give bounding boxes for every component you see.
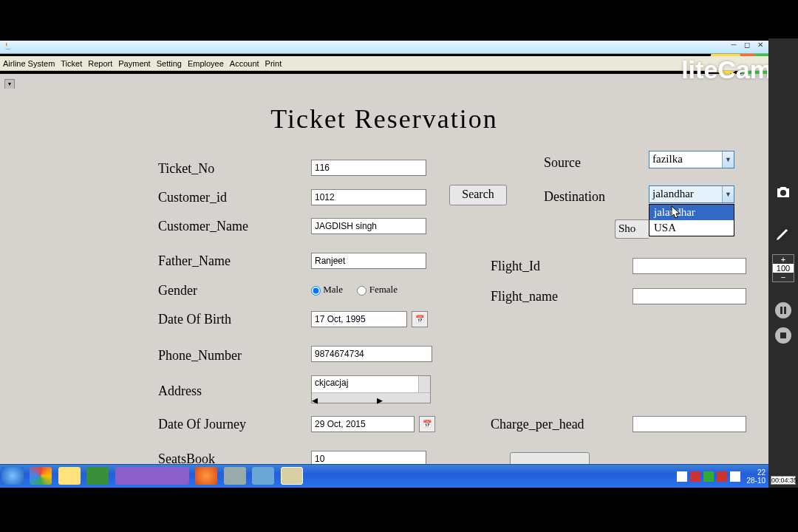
dob-input[interactable] [311, 311, 407, 327]
label-destination: Destination [544, 189, 605, 205]
record-timer: 00:04:35 [771, 476, 796, 485]
destination-dropdown-list: jalandhar USA [649, 204, 734, 236]
clock-time: 22 [746, 468, 765, 477]
tray-icon[interactable] [677, 471, 687, 482]
dob-calendar-icon[interactable]: 📅 [412, 311, 428, 327]
label-customer-id: Customer_id [158, 190, 227, 205]
system-tray: 22 28-10 [675, 465, 765, 488]
label-charge: Charge_per_head [491, 417, 584, 432]
svg-rect-3 [784, 307, 786, 314]
chrome-icon[interactable] [30, 467, 52, 485]
customer-id-input[interactable] [311, 189, 426, 205]
maximize-button[interactable]: ◻ [740, 41, 754, 51]
close-button[interactable]: ✕ [754, 41, 767, 51]
flight-name-input[interactable] [632, 288, 746, 304]
gender-male-radio[interactable] [311, 286, 321, 296]
stop-icon[interactable] [772, 327, 794, 349]
label-phone: Phone_Number [158, 348, 242, 364]
gender-male-label: Male [323, 284, 343, 295]
label-father-name: Father_Name [158, 253, 231, 269]
doj-calendar-icon[interactable]: 📅 [419, 416, 435, 432]
menu-employee[interactable]: Employee [188, 59, 224, 68]
menu-report[interactable]: Report [88, 59, 112, 68]
firefox-icon[interactable] [195, 467, 217, 485]
label-flight-id: Flight_Id [491, 259, 540, 274]
address-text: ckjcacjaj [315, 378, 348, 388]
pencil-icon[interactable] [772, 225, 794, 247]
app-icon-2[interactable] [224, 467, 246, 485]
svg-point-0 [780, 190, 786, 196]
ie-icon[interactable] [1, 467, 24, 485]
toolbar: ▾ [0, 74, 768, 89]
zoom-value: 100 [773, 264, 794, 273]
destination-combo[interactable]: jalandhar ▼ [649, 185, 734, 203]
dropdown-option-jalandhar[interactable]: jalandhar [649, 205, 734, 220]
menu-airline-system[interactable]: Airline System [3, 59, 55, 68]
gender-radio-group: Male Female [311, 284, 398, 296]
volume-icon[interactable] [730, 471, 740, 482]
zoom-control[interactable]: + 100 − [772, 254, 794, 282]
minimize-button[interactable]: ─ [727, 41, 740, 51]
label-gender: Gender [158, 283, 197, 299]
flight-id-input[interactable] [632, 258, 746, 274]
tray-icon[interactable] [690, 471, 700, 482]
explorer-icon[interactable] [58, 467, 81, 485]
source-combo[interactable]: fazilka ▼ [649, 151, 734, 168]
show-button-partial[interactable]: Sho [615, 219, 649, 239]
java-app-icon[interactable] [281, 467, 303, 485]
source-value: fazilka [652, 153, 683, 166]
letterbox-bottom [0, 488, 798, 532]
java-icon [3, 41, 13, 52]
zoom-out-icon[interactable]: − [773, 273, 794, 282]
pause-icon[interactable] [772, 301, 794, 324]
label-ticket-no: Ticket_No [158, 161, 214, 177]
letterbox-top [0, 0, 798, 38]
app-icon-3[interactable] [252, 467, 274, 485]
menu-payment[interactable]: Payment [118, 59, 150, 68]
taskbar: 22 28-10 [0, 464, 768, 488]
customer-name-input[interactable] [311, 218, 426, 234]
charge-input[interactable] [632, 416, 746, 432]
toolbar-dropdown-icon[interactable]: ▾ [4, 79, 15, 89]
tray-icon[interactable] [717, 471, 727, 482]
address-textarea[interactable]: ckjcacjaj ◂ ▸ [311, 375, 431, 403]
recorder-toolbar: + 100 − 00:04:35 [768, 38, 798, 488]
chevron-down-icon: ▼ [722, 186, 734, 202]
page-title: Ticket Reservation [0, 103, 768, 134]
phone-input[interactable] [311, 346, 432, 362]
label-customer-name: Customer_Name [158, 219, 248, 234]
svg-rect-2 [780, 307, 782, 314]
address-scroll-vertical[interactable] [418, 376, 430, 392]
svg-point-1 [775, 302, 791, 318]
destination-value: jalandhar [652, 188, 694, 200]
label-flight-name: Flight_name [491, 289, 558, 304]
window-titlebar: ─ ◻ ✕ [0, 41, 768, 54]
tray-icon[interactable] [703, 471, 714, 482]
address-scroll-horizontal[interactable]: ◂ ▸ [312, 392, 430, 403]
label-doj: Date Of Journey [158, 417, 246, 432]
clock-date: 28-10 [746, 477, 765, 485]
chevron-down-icon: ▼ [722, 151, 734, 168]
father-name-input[interactable] [311, 253, 426, 269]
menu-account[interactable]: Account [230, 59, 259, 68]
form-panel [0, 89, 768, 464]
app-icon-1[interactable] [86, 467, 109, 485]
label-source: Source [544, 155, 581, 171]
menu-ticket[interactable]: Ticket [61, 59, 82, 68]
svg-rect-5 [780, 332, 786, 338]
menubar: Airline System Ticket Report Payment Set… [0, 56, 768, 71]
gender-female-radio[interactable] [357, 286, 366, 296]
menu-print[interactable]: Print [265, 59, 282, 68]
dropdown-option-usa[interactable]: USA [649, 220, 734, 236]
label-dob: Date Of Birth [158, 312, 231, 327]
label-address: Address [158, 383, 202, 399]
search-button[interactable]: Search [449, 185, 507, 205]
taskbar-item[interactable] [115, 467, 189, 485]
menu-setting[interactable]: Setting [157, 59, 182, 68]
zoom-in-icon[interactable]: + [773, 255, 794, 264]
doj-input[interactable] [311, 416, 415, 432]
gender-female-label: Female [369, 284, 398, 295]
litecam-watermark: liteCam [681, 55, 772, 84]
camera-icon[interactable] [772, 183, 794, 205]
ticket-no-input[interactable] [311, 160, 426, 176]
